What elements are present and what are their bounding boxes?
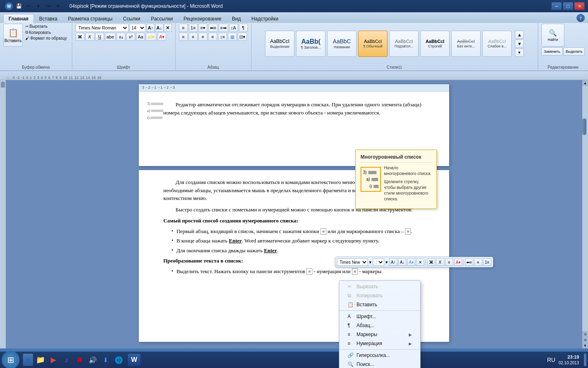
- format-painter-button[interactable]: 🖌 Формат по образцу: [24, 36, 69, 41]
- copy-button[interactable]: ⧉ Копировать: [24, 29, 69, 35]
- ctx-numbering[interactable]: ≡ Нумерация ▶: [339, 339, 420, 348]
- show-marks-button[interactable]: ¶: [239, 24, 248, 32]
- ctx-copy[interactable]: ⧉ Копировать: [339, 291, 420, 300]
- taskbar-volume[interactable]: 🔊: [87, 354, 98, 366]
- select-button[interactable]: Выделить: [564, 47, 585, 56]
- ctx-font[interactable]: A Шрифт...: [339, 312, 420, 321]
- styles-up-button[interactable]: ▲: [515, 31, 524, 39]
- subscript-button[interactable]: x₂: [116, 33, 125, 41]
- tab-insert[interactable]: Вставка: [34, 14, 63, 23]
- scroll-page-down-button[interactable]: ⊙: [582, 337, 588, 343]
- text-case-button[interactable]: Аа: [136, 33, 145, 41]
- highlight-button[interactable]: аб▾: [146, 33, 156, 41]
- close-button[interactable]: ✕: [574, 2, 585, 10]
- strikethrough-button[interactable]: аbе: [105, 33, 116, 41]
- align-left-button[interactable]: ≡: [179, 33, 188, 41]
- mini-bullets-button[interactable]: ≡: [474, 258, 482, 266]
- taskbar-media[interactable]: ▶: [48, 354, 59, 366]
- style-subtitle[interactable]: AaBbCcI Подзагол...: [389, 31, 419, 57]
- underline-button[interactable]: Ч: [95, 33, 104, 41]
- justify-button[interactable]: ≡: [208, 33, 217, 41]
- paste-button[interactable]: 📋 Вставить: [3, 24, 23, 47]
- mini-align-button[interactable]: ≡: [445, 258, 453, 266]
- tab-view[interactable]: Вид: [227, 14, 246, 23]
- style-no-interval[interactable]: AaBbCcI Без инте...: [451, 31, 481, 57]
- redo-button[interactable]: ↪: [44, 2, 52, 10]
- tray-lang[interactable]: RU: [547, 357, 555, 363]
- scroll-thumb[interactable]: [582, 119, 586, 135]
- style-normal[interactable]: AaBbCcI ¶ Обычный: [358, 31, 388, 57]
- mini-indent-button[interactable]: ⬅≡: [465, 258, 473, 266]
- mini-font-color-btn[interactable]: А▾: [454, 258, 462, 266]
- tray-show-desktop[interactable]: [584, 354, 586, 366]
- taskbar-download[interactable]: ⬇: [100, 354, 111, 366]
- mini-increase-font[interactable]: A↑: [389, 258, 397, 266]
- find-button[interactable]: 🔍 Найти: [541, 24, 564, 47]
- tab-mailings[interactable]: Рассылки: [146, 14, 178, 23]
- increase-font-button[interactable]: A↑: [147, 24, 155, 32]
- ctx-cut[interactable]: ✂ Вырезать: [339, 282, 420, 291]
- mini-text-color-btn[interactable]: A▾: [407, 258, 415, 266]
- undo-dropdown[interactable]: ▾: [34, 2, 42, 10]
- taskbar-yandex[interactable]: Я: [74, 354, 85, 366]
- font-color-button[interactable]: А▾: [157, 33, 166, 41]
- bullets-button[interactable]: ≡: [179, 24, 188, 32]
- cut-button[interactable]: ✂ Вырезать: [24, 24, 69, 29]
- font-name-select[interactable]: Times New Roman: [76, 24, 129, 32]
- clear-format-button[interactable]: ✕: [164, 24, 172, 32]
- mini-size-select[interactable]: 14: [373, 258, 384, 266]
- tab-page-layout[interactable]: Разметка страницы: [62, 14, 118, 23]
- taskbar-winamp[interactable]: ♪: [61, 354, 72, 366]
- sort-button[interactable]: ↕A: [229, 24, 238, 32]
- mini-italic-button[interactable]: К: [436, 258, 444, 266]
- start-button[interactable]: ⊞: [2, 351, 20, 368]
- mini-clear-btn[interactable]: ✕: [416, 258, 424, 266]
- tab-addins[interactable]: Надстройки: [246, 14, 284, 23]
- ctx-search[interactable]: 🔍 Поиск...: [339, 360, 420, 368]
- undo-button[interactable]: ↩: [24, 2, 33, 10]
- scroll-track[interactable]: [582, 86, 588, 331]
- line-spacing-button[interactable]: ↕≡: [218, 33, 227, 41]
- mini-numbering-button[interactable]: 1≡: [483, 258, 491, 266]
- maximize-button[interactable]: □: [563, 2, 573, 10]
- style-weak[interactable]: AaBbCcI Слабое в...: [482, 31, 512, 57]
- ctx-bullets[interactable]: ≡ Маркеры ▶: [339, 330, 420, 339]
- mini-decrease-font[interactable]: A↓: [398, 258, 406, 266]
- tab-review[interactable]: Рецензирование: [178, 14, 227, 23]
- taskbar-word[interactable]: W: [128, 354, 140, 366]
- taskbar-ie[interactable]: e: [23, 354, 33, 366]
- align-right-button[interactable]: ≡: [198, 33, 207, 41]
- styles-down-button[interactable]: ▼: [515, 40, 524, 48]
- bold-button[interactable]: Ж: [76, 33, 85, 41]
- taskbar-network[interactable]: 🌐: [113, 354, 125, 366]
- customize-qat[interactable]: ▾: [54, 2, 62, 10]
- taskbar-explorer[interactable]: 📁: [35, 354, 46, 366]
- tab-home[interactable]: Главная: [3, 14, 34, 23]
- save-button[interactable]: 💾: [15, 2, 23, 10]
- ctx-hyperlink[interactable]: 🔗 Гиперссылка...: [339, 351, 420, 360]
- scroll-down-button[interactable]: ▼: [582, 343, 588, 348]
- mini-font-select[interactable]: Times New: [337, 258, 368, 266]
- multilevel-list-button[interactable]: ≡▾: [198, 24, 207, 32]
- scroll-page-up-button[interactable]: ⊙: [582, 331, 588, 337]
- style-highlight[interactable]: AaBbCcI Выделение: [265, 31, 294, 57]
- mini-bold-button[interactable]: Ж: [427, 258, 435, 266]
- decrease-indent-button[interactable]: ⬅≡: [208, 24, 218, 32]
- style-strict[interactable]: AaBbCcI Строгий: [420, 31, 450, 57]
- left-tab-btn[interactable]: [1, 82, 5, 88]
- styles-expand-button[interactable]: ▾: [515, 49, 524, 57]
- style-heading[interactable]: AaBb( ¶ Заголов...: [296, 31, 325, 57]
- scroll-up-button[interactable]: ▲: [582, 80, 588, 86]
- numbering-button[interactable]: 1≡: [189, 24, 198, 32]
- style-title[interactable]: AaBbC Название: [327, 31, 356, 57]
- decrease-font-button[interactable]: A↓: [155, 24, 163, 32]
- help-button[interactable]: ?: [577, 14, 585, 22]
- minimize-button[interactable]: ─: [551, 2, 562, 10]
- border-button[interactable]: ⊡▾: [238, 33, 247, 41]
- shading-button[interactable]: ▦: [228, 33, 237, 41]
- italic-button[interactable]: К: [85, 33, 94, 41]
- superscript-button[interactable]: x²: [126, 33, 135, 41]
- ctx-paste[interactable]: 📋 Вставить: [339, 300, 420, 309]
- increase-indent-button[interactable]: ≡➡: [218, 24, 228, 32]
- replace-button[interactable]: Заменить: [541, 47, 563, 56]
